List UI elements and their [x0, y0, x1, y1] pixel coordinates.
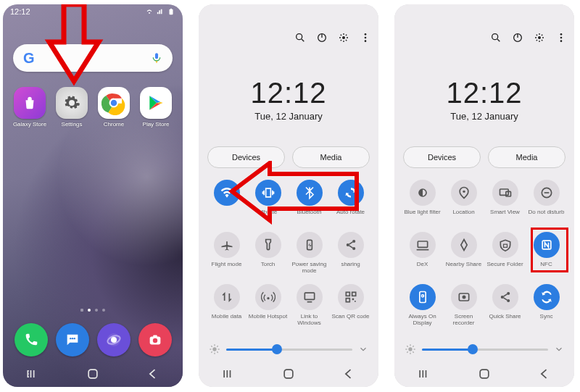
tile-dnd[interactable]: Do not disturb: [526, 175, 567, 225]
svg-line-85: [407, 346, 407, 346]
tile-label: sharing: [341, 261, 360, 274]
svg-rect-52: [284, 370, 293, 378]
app-chrome[interactable]: Chrome: [94, 87, 133, 128]
home-button[interactable]: [281, 367, 296, 381]
tile-quickshare[interactable]: Quick Share: [484, 280, 526, 329]
svg-line-21: [302, 39, 304, 41]
tile-hotspot[interactable]: Mobile Hotspot: [247, 280, 289, 329]
svg-point-24: [342, 36, 345, 39]
dnd-icon: [534, 180, 560, 206]
tile-location[interactable]: Location: [443, 175, 484, 225]
svg-point-59: [560, 37, 563, 39]
camera-app[interactable]: [138, 323, 172, 356]
tile-label: Power saving mode: [289, 261, 330, 274]
devices-pill[interactable]: Devices: [403, 146, 481, 168]
annotation-arrow-left: [228, 161, 360, 241]
back-button[interactable]: [146, 367, 160, 381]
brightness-slider[interactable]: [422, 349, 548, 351]
tile-qrscan[interactable]: Scan QR code: [330, 280, 371, 329]
tile-label: Secure Folder: [486, 261, 523, 274]
app-play-store[interactable]: Play Store: [136, 87, 175, 128]
tile-linkwin[interactable]: Link to Windows: [289, 280, 330, 329]
tile-smartview[interactable]: Smart View: [484, 175, 526, 225]
tile-securefolder[interactable]: Secure Folder: [484, 228, 526, 277]
more-icon[interactable]: [555, 32, 567, 43]
internet-app[interactable]: [97, 323, 130, 356]
power-icon[interactable]: [512, 32, 523, 43]
messages-app[interactable]: [56, 323, 89, 356]
tile-screenrec[interactable]: Screen recorder: [443, 280, 484, 329]
svg-rect-39: [355, 301, 356, 302]
home-button[interactable]: [86, 367, 100, 381]
svg-rect-0: [170, 9, 173, 15]
back-button[interactable]: [341, 367, 356, 381]
settings-icon[interactable]: [338, 32, 349, 43]
annotation-highlight-nfc: [531, 228, 568, 272]
svg-rect-92: [480, 370, 489, 378]
tile-nearby[interactable]: Nearby Share: [443, 228, 484, 277]
clock-block: 12:12 Tue, 12 January: [199, 77, 378, 122]
tile-sync[interactable]: Sync: [526, 280, 567, 329]
svg-point-27: [365, 40, 367, 42]
svg-point-20: [297, 34, 302, 40]
svg-point-58: [560, 33, 563, 36]
svg-line-45: [211, 346, 212, 346]
svg-rect-37: [346, 299, 349, 302]
search-icon[interactable]: [490, 32, 502, 43]
tile-label: Screen recorder: [443, 313, 484, 326]
tile-bluelight[interactable]: Blue light filter: [402, 175, 443, 225]
power-icon[interactable]: [316, 32, 328, 43]
tile-mobiledata[interactable]: Mobile data: [206, 280, 247, 329]
brightness-row: [209, 343, 368, 355]
bag-icon: [14, 87, 46, 119]
search-icon[interactable]: [294, 32, 306, 43]
svg-rect-67: [418, 241, 427, 247]
recents-button[interactable]: [25, 367, 40, 381]
tile-dex[interactable]: DeX: [402, 228, 443, 277]
svg-rect-38: [352, 299, 354, 301]
quick-panel: 12:12 Tue, 12 January Devices Media Blue…: [394, 4, 574, 387]
brightness-slider[interactable]: [226, 349, 352, 351]
media-pill[interactable]: Media: [488, 146, 566, 168]
brightness-row: [405, 343, 564, 355]
tile-label: Torch: [261, 261, 276, 274]
recents-button[interactable]: [417, 367, 431, 381]
navigation-bar: [394, 361, 574, 387]
svg-line-48: [211, 351, 212, 352]
app-label: Chrome: [104, 121, 124, 128]
app-settings[interactable]: Settings: [52, 87, 91, 128]
bluelight-icon: [410, 180, 436, 206]
svg-rect-1: [170, 9, 172, 9]
more-icon[interactable]: [360, 32, 371, 43]
svg-line-86: [413, 351, 413, 352]
voice-search-icon[interactable]: [151, 51, 162, 65]
app-galaxy-store[interactable]: Galaxy Store: [10, 87, 49, 128]
navigation-bar: [199, 361, 378, 387]
back-button[interactable]: [537, 367, 552, 381]
svg-point-26: [365, 37, 367, 39]
phone-quickpanel-2: 12:12 Tue, 12 January Devices Media Blue…: [394, 4, 574, 387]
svg-rect-33: [304, 293, 314, 299]
wifi-icon: [145, 8, 154, 15]
app-label: Settings: [62, 121, 83, 128]
recents-button[interactable]: [221, 367, 236, 381]
svg-point-7: [70, 338, 71, 339]
chevron-down-icon[interactable]: [554, 344, 564, 354]
panel-time: 12:12: [199, 77, 378, 109]
svg-rect-36: [352, 292, 355, 296]
panel-toolbar: [294, 32, 371, 43]
svg-line-46: [217, 351, 218, 352]
svg-rect-35: [346, 292, 349, 296]
phone-app[interactable]: [14, 323, 48, 356]
tile-aod[interactable]: Always On Display: [402, 280, 443, 329]
svg-line-88: [407, 351, 407, 352]
chevron-down-icon[interactable]: [358, 344, 368, 354]
tile-label: DeX: [417, 261, 428, 274]
home-button[interactable]: [477, 367, 492, 381]
tile-label: Nearby Share: [446, 261, 481, 274]
tile-label: Flight mode: [212, 261, 242, 274]
tile-label: Quick Share: [489, 313, 521, 326]
settings-icon[interactable]: [534, 32, 545, 43]
svg-rect-63: [500, 189, 508, 195]
aod-icon: [410, 284, 436, 310]
